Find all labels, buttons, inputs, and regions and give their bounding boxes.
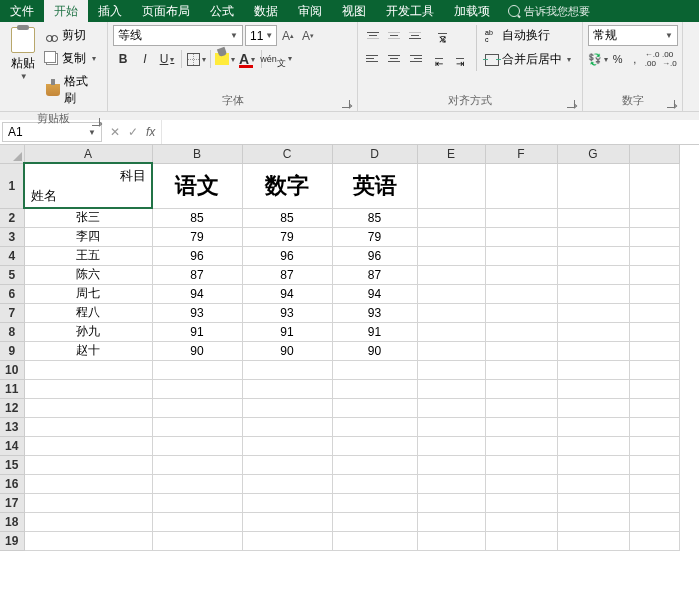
- cell[interactable]: [557, 474, 629, 493]
- fx-icon[interactable]: fx: [146, 125, 155, 139]
- decrease-indent-button[interactable]: ⇤: [429, 48, 449, 68]
- cell[interactable]: [417, 208, 485, 227]
- cell[interactable]: [242, 417, 332, 436]
- cell[interactable]: [24, 455, 152, 474]
- row-header-18[interactable]: 18: [0, 512, 24, 531]
- italic-button[interactable]: I: [135, 49, 155, 69]
- tab-data[interactable]: 数据: [244, 0, 288, 22]
- font-name-select[interactable]: 等线▼: [113, 25, 243, 46]
- merge-center-button[interactable]: 合并后居中▾: [482, 49, 574, 70]
- cell[interactable]: [417, 474, 485, 493]
- cell-C7[interactable]: 93: [242, 303, 332, 322]
- cell[interactable]: [152, 436, 242, 455]
- bold-button[interactable]: B: [113, 49, 133, 69]
- cell[interactable]: [557, 163, 629, 208]
- cell[interactable]: [24, 398, 152, 417]
- cell[interactable]: [417, 398, 485, 417]
- cell[interactable]: [152, 417, 242, 436]
- cell-D1[interactable]: 英语: [332, 163, 417, 208]
- comma-button[interactable]: ,: [627, 49, 642, 69]
- row-header-10[interactable]: 10: [0, 360, 24, 379]
- cell-C4[interactable]: 96: [242, 246, 332, 265]
- cell[interactable]: [242, 474, 332, 493]
- cell[interactable]: [24, 512, 152, 531]
- cell[interactable]: [242, 531, 332, 550]
- cell[interactable]: [485, 208, 557, 227]
- cell[interactable]: [485, 417, 557, 436]
- cell[interactable]: [242, 398, 332, 417]
- cell-A6[interactable]: 周七: [24, 284, 152, 303]
- col-header-E[interactable]: E: [417, 145, 485, 163]
- cell[interactable]: [485, 246, 557, 265]
- tab-layout[interactable]: 页面布局: [132, 0, 200, 22]
- cell-B4[interactable]: 96: [152, 246, 242, 265]
- cell-D4[interactable]: 96: [332, 246, 417, 265]
- cell-C2[interactable]: 85: [242, 208, 332, 227]
- cell[interactable]: [152, 474, 242, 493]
- cell[interactable]: [557, 265, 629, 284]
- cell[interactable]: [485, 163, 557, 208]
- cell[interactable]: [485, 265, 557, 284]
- cell-B5[interactable]: 87: [152, 265, 242, 284]
- cell[interactable]: [332, 512, 417, 531]
- cell[interactable]: [152, 398, 242, 417]
- align-left-button[interactable]: [363, 48, 383, 68]
- cell-A7[interactable]: 程八: [24, 303, 152, 322]
- cell-A9[interactable]: 赵十: [24, 341, 152, 360]
- percent-button[interactable]: %: [610, 49, 625, 69]
- cell[interactable]: [557, 493, 629, 512]
- cell[interactable]: [485, 227, 557, 246]
- col-header-C[interactable]: C: [242, 145, 332, 163]
- format-painter-button[interactable]: 格式刷: [43, 71, 102, 109]
- cell[interactable]: [24, 360, 152, 379]
- row-header-9[interactable]: 9: [0, 341, 24, 360]
- cell[interactable]: [417, 163, 485, 208]
- row-header-15[interactable]: 15: [0, 455, 24, 474]
- cell-C8[interactable]: 91: [242, 322, 332, 341]
- cell[interactable]: [332, 455, 417, 474]
- cell[interactable]: [24, 436, 152, 455]
- cell[interactable]: [557, 246, 629, 265]
- col-header-G[interactable]: G: [557, 145, 629, 163]
- row-header-4[interactable]: 4: [0, 246, 24, 265]
- cell[interactable]: [242, 436, 332, 455]
- dialog-launcher-icon[interactable]: [92, 118, 100, 126]
- cell[interactable]: [417, 322, 485, 341]
- cell[interactable]: [24, 531, 152, 550]
- dialog-launcher-icon[interactable]: [667, 100, 675, 108]
- underline-button[interactable]: U▾: [157, 49, 177, 69]
- cell[interactable]: [417, 303, 485, 322]
- cell[interactable]: [152, 379, 242, 398]
- cell[interactable]: [242, 379, 332, 398]
- cell[interactable]: [417, 265, 485, 284]
- cell[interactable]: [557, 227, 629, 246]
- tab-addins[interactable]: 加载项: [444, 0, 500, 22]
- cell[interactable]: [332, 360, 417, 379]
- cell-D9[interactable]: 90: [332, 341, 417, 360]
- select-all-corner[interactable]: [0, 145, 24, 163]
- cell[interactable]: [485, 474, 557, 493]
- cell-D7[interactable]: 93: [332, 303, 417, 322]
- cell[interactable]: [152, 531, 242, 550]
- cell[interactable]: [332, 417, 417, 436]
- decrease-font-button[interactable]: A▾: [299, 26, 317, 46]
- tab-file[interactable]: 文件: [0, 0, 44, 22]
- cell[interactable]: [417, 512, 485, 531]
- align-middle-button[interactable]: [384, 25, 404, 45]
- cell[interactable]: [557, 398, 629, 417]
- cell[interactable]: [557, 512, 629, 531]
- cell-B3[interactable]: 79: [152, 227, 242, 246]
- cell[interactable]: [417, 360, 485, 379]
- cell[interactable]: [152, 455, 242, 474]
- row-header-3[interactable]: 3: [0, 227, 24, 246]
- tab-developer[interactable]: 开发工具: [376, 0, 444, 22]
- cell-C9[interactable]: 90: [242, 341, 332, 360]
- tab-review[interactable]: 审阅: [288, 0, 332, 22]
- cell[interactable]: [485, 284, 557, 303]
- align-right-button[interactable]: [405, 48, 425, 68]
- row-header-11[interactable]: 11: [0, 379, 24, 398]
- cell-D8[interactable]: 91: [332, 322, 417, 341]
- row-header-16[interactable]: 16: [0, 474, 24, 493]
- cell[interactable]: [557, 322, 629, 341]
- phonetic-button[interactable]: wén文▾: [266, 49, 286, 69]
